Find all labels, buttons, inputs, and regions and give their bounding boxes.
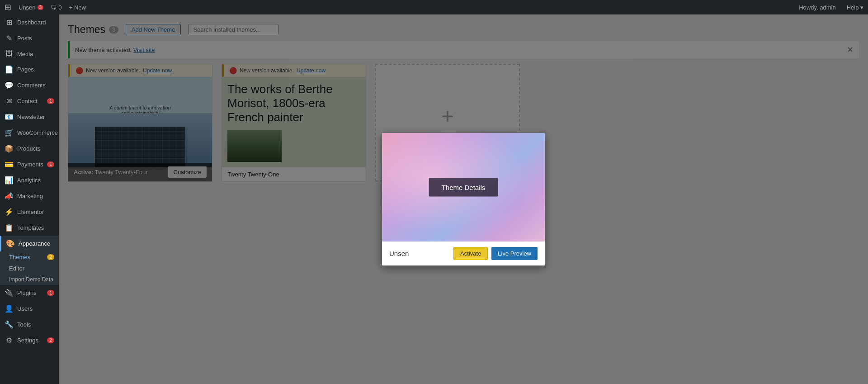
dashboard-icon: ⊞ (5, 18, 14, 27)
payments-icon: 💳 (5, 160, 14, 169)
analytics-icon: 📊 (5, 176, 14, 185)
comments-icon: 💬 (5, 81, 14, 90)
sidebar-item-themes[interactable]: Themes 2 (0, 251, 59, 263)
sidebar-item-woocommerce[interactable]: 🛒 WooCommerce (0, 125, 59, 141)
woocommerce-icon: 🛒 (5, 128, 14, 137)
sidebar-item-payments[interactable]: 💳 Payments 1 (0, 156, 59, 172)
sidebar-item-newsletter[interactable]: 📧 Newsletter (0, 109, 59, 125)
theme-details-button[interactable]: Theme Details (429, 178, 498, 197)
payments-badge: 1 (47, 161, 54, 167)
contact-icon: ✉ (5, 97, 14, 105)
sidebar-item-elementor[interactable]: ⚡ Elementor (0, 204, 59, 220)
media-icon: 🖼 (5, 50, 14, 58)
settings-icon: ⚙ (5, 336, 14, 345)
modal-thumbnail: Theme Details (382, 133, 545, 242)
templates-icon: 📋 (5, 223, 14, 232)
topbar-help[interactable]: Help ▾ (847, 4, 863, 11)
sidebar-item-appearance[interactable]: 🎨 Appearance (0, 236, 59, 251)
sidebar-item-analytics[interactable]: 📊 Analytics (0, 172, 59, 188)
elementor-icon: ⚡ (5, 208, 14, 216)
plugins-icon: 🔌 (5, 289, 14, 297)
sidebar-item-tools[interactable]: 🔧 Tools (0, 317, 59, 332)
topbar-new[interactable]: + New (69, 4, 86, 11)
sidebar-item-marketing[interactable]: 📣 Marketing (0, 188, 59, 204)
sidebar-item-comments[interactable]: 💬 Comments (0, 77, 59, 93)
sidebar-item-settings[interactable]: ⚙ Settings 2 (0, 332, 59, 348)
appearance-submenu: Themes 2 Editor Import Demo Data (0, 251, 59, 285)
modal-theme-name: Unsen (389, 250, 409, 257)
sidebar-item-users[interactable]: 👤 Users (0, 301, 59, 317)
settings-badge: 2 (47, 337, 54, 343)
sidebar: ⊞ Dashboard ✎ Posts 🖼 Media 📄 Pages 💬 Co… (0, 14, 59, 384)
products-icon: 📦 (5, 144, 14, 153)
sidebar-item-plugins[interactable]: 🔌 Plugins 1 (0, 285, 59, 301)
posts-icon: ✎ (5, 34, 14, 43)
topbar-site-name[interactable]: Unsen 3 (19, 4, 43, 11)
themes-badge: 2 (47, 254, 54, 260)
sidebar-item-contact[interactable]: ✉ Contact 1 (0, 93, 59, 109)
topbar-logo-icon: ⊞ (5, 2, 11, 12)
live-preview-button[interactable]: Live Preview (491, 247, 538, 260)
sidebar-item-import-demo[interactable]: Import Demo Data (0, 274, 59, 285)
modal-actions: Activate Live Preview (453, 247, 538, 260)
sidebar-item-media[interactable]: 🖼 Media (0, 46, 59, 62)
sidebar-item-pages[interactable]: 📄 Pages (0, 62, 59, 77)
appearance-icon: 🎨 (6, 239, 15, 248)
sidebar-item-posts[interactable]: ✎ Posts (0, 30, 59, 46)
activate-button[interactable]: Activate (453, 247, 488, 260)
plus-icon: + (69, 4, 72, 11)
theme-modal-overlay[interactable]: Theme Details Unsen Activate Live Previe… (59, 14, 868, 384)
marketing-icon: 📣 (5, 192, 14, 200)
pages-icon: 📄 (5, 65, 14, 74)
tools-icon: 🔧 (5, 320, 14, 329)
newsletter-icon: 📧 (5, 113, 14, 121)
sidebar-item-editor[interactable]: Editor (0, 263, 59, 274)
sidebar-item-templates[interactable]: 📋 Templates (0, 220, 59, 236)
topbar-updates-badge: 3 (38, 5, 44, 10)
plugins-badge: 1 (47, 290, 54, 296)
users-icon: 👤 (5, 304, 14, 313)
sidebar-item-products[interactable]: 📦 Products (0, 141, 59, 156)
contact-badge: 1 (47, 98, 54, 104)
comment-icon: 🗨 (51, 4, 57, 11)
topbar: ⊞ Unsen 3 🗨 0 + New Howdy, admin Help ▾ (0, 0, 868, 14)
topbar-howdy[interactable]: Howdy, admin (799, 4, 835, 11)
sidebar-item-dashboard[interactable]: ⊞ Dashboard (0, 14, 59, 30)
modal-footer: Unsen Activate Live Preview (382, 242, 545, 265)
theme-modal: Theme Details Unsen Activate Live Previe… (382, 133, 545, 265)
topbar-comments[interactable]: 🗨 0 (51, 4, 61, 11)
